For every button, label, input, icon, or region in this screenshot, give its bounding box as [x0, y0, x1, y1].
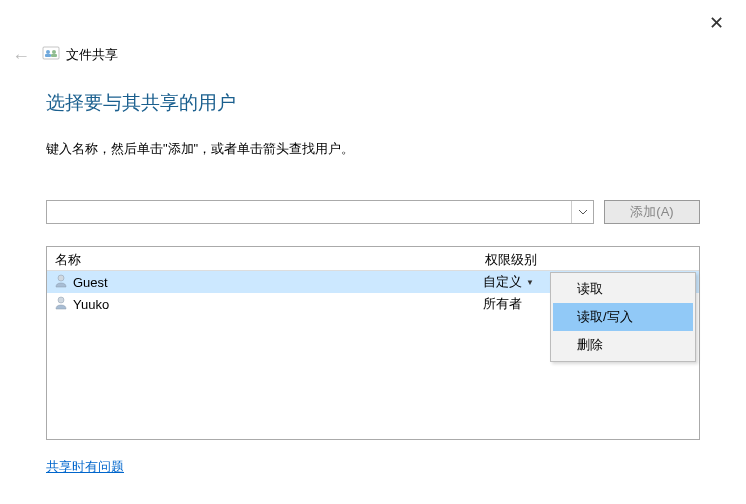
svg-point-6: [58, 297, 64, 303]
user-name: Yuuko: [73, 297, 109, 312]
permission-value: 所有者: [483, 295, 522, 313]
user-search-combo[interactable]: [46, 200, 594, 224]
column-name-header[interactable]: 名称: [47, 247, 477, 270]
menu-item-remove[interactable]: 删除: [553, 331, 693, 359]
table-header: 名称 权限级别: [47, 247, 699, 271]
svg-rect-4: [51, 54, 57, 57]
svg-rect-2: [45, 54, 51, 57]
svg-point-3: [52, 50, 56, 54]
instruction-text: 键入名称，然后单击"添加"，或者单击箭头查找用户。: [46, 140, 700, 158]
user-icon: [53, 273, 69, 292]
help-link[interactable]: 共享时有问题: [46, 458, 124, 476]
user-name: Guest: [73, 275, 108, 290]
permission-context-menu: 读取 读取/写入 删除: [550, 272, 696, 362]
user-search-input[interactable]: [47, 201, 569, 223]
window-title: 文件共享: [66, 46, 118, 64]
svg-point-1: [46, 50, 50, 54]
chevron-down-icon: ▼: [526, 278, 534, 287]
user-search-dropdown-icon[interactable]: [571, 201, 593, 223]
file-sharing-icon: [42, 44, 60, 65]
svg-rect-0: [43, 47, 59, 59]
user-icon: [53, 295, 69, 314]
close-button[interactable]: ✕: [701, 8, 732, 38]
column-permission-header[interactable]: 权限级别: [477, 247, 699, 270]
page-heading: 选择要与其共享的用户: [46, 90, 700, 116]
menu-item-read-write[interactable]: 读取/写入: [553, 303, 693, 331]
back-button[interactable]: ←: [12, 46, 30, 67]
add-button[interactable]: 添加(A): [604, 200, 700, 224]
header: 文件共享: [42, 44, 118, 65]
svg-point-5: [58, 275, 64, 281]
permission-value: 自定义: [483, 273, 522, 291]
user-table: 名称 权限级别 Guest 自定义 ▼: [46, 246, 700, 440]
menu-item-read[interactable]: 读取: [553, 275, 693, 303]
